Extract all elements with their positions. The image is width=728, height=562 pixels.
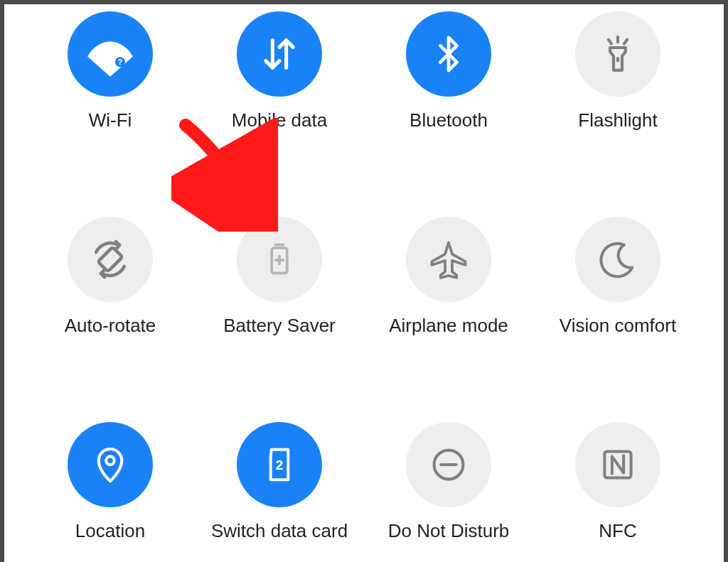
nfc-icon: [575, 422, 660, 507]
tile-battery-saver[interactable]: Battery Saver: [223, 217, 336, 337]
tile-bluetooth[interactable]: Bluetooth: [406, 11, 491, 131]
tile-label: Vision comfort: [560, 315, 676, 337]
tile-label: Wi-Fi: [89, 109, 132, 131]
tile-switch-data-card[interactable]: 2 Switch data card: [211, 422, 348, 542]
flashlight-icon: [575, 11, 660, 97]
mobile-data-icon: [237, 11, 322, 97]
tile-label: Airplane mode: [389, 315, 508, 337]
tile-label: Mobile data: [232, 109, 327, 131]
sim-card-icon: 2: [237, 422, 322, 507]
bluetooth-icon: [406, 11, 491, 97]
tile-label: Location: [75, 520, 145, 542]
airplane-icon: [406, 217, 491, 302]
tile-label: Battery Saver: [223, 315, 336, 337]
battery-saver-icon: [237, 217, 322, 302]
tile-label: Bluetooth: [410, 109, 488, 131]
tile-label: Do Not Disturb: [388, 520, 510, 542]
quick-settings-panel: ? Wi-Fi Mobile data: [0, 0, 728, 562]
svg-text:?: ?: [118, 58, 123, 66]
tile-wifi[interactable]: ? Wi-Fi: [68, 11, 153, 131]
tile-mobile-data[interactable]: Mobile data: [232, 11, 327, 131]
tile-label: Flashlight: [578, 109, 657, 131]
svg-point-13: [106, 456, 114, 465]
tile-vision-comfort[interactable]: Vision comfort: [560, 217, 676, 337]
tile-auto-rotate[interactable]: Auto-rotate: [65, 217, 156, 337]
tile-label: Switch data card: [211, 520, 348, 542]
tile-airplane-mode[interactable]: Airplane mode: [389, 217, 508, 337]
svg-text:2: 2: [276, 458, 284, 472]
quick-settings-grid: ? Wi-Fi Mobile data: [4, 11, 724, 542]
tile-nfc[interactable]: NFC: [575, 422, 660, 542]
do-not-disturb-icon: [406, 422, 491, 507]
tile-label: NFC: [599, 520, 636, 542]
tile-do-not-disturb[interactable]: Do Not Disturb: [388, 422, 510, 542]
location-icon: [68, 422, 153, 507]
tile-label: Auto-rotate: [65, 315, 156, 337]
wifi-icon: ?: [68, 11, 153, 97]
auto-rotate-icon: [68, 217, 153, 302]
moon-icon: [575, 217, 660, 302]
tile-flashlight[interactable]: Flashlight: [575, 11, 660, 131]
tile-location[interactable]: Location: [68, 422, 153, 542]
svg-rect-8: [98, 247, 123, 272]
svg-line-6: [609, 40, 611, 44]
svg-line-7: [624, 40, 627, 44]
